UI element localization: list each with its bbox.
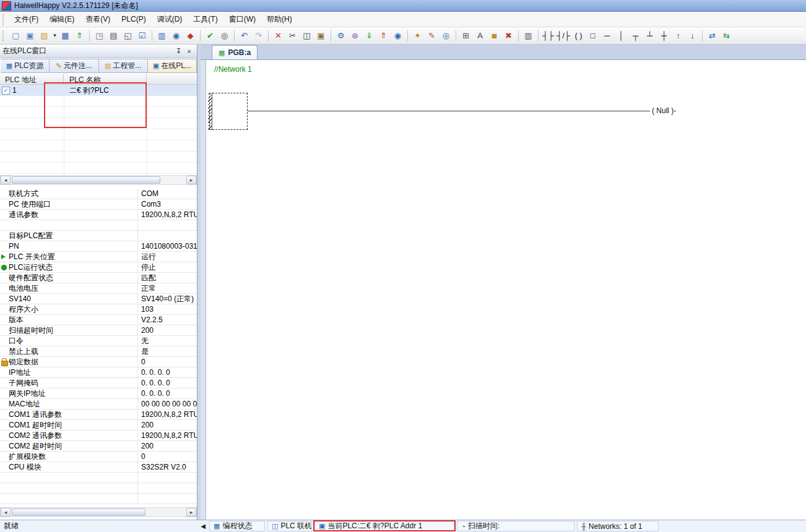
menu-item[interactable]: PLC(P) — [116, 12, 151, 26]
contact-open-button[interactable]: ┤├ — [541, 28, 555, 43]
grid-line — [147, 85, 147, 175]
falling-edge-button[interactable]: ↓ — [685, 28, 700, 43]
download-plc-button[interactable]: ⇓ — [362, 28, 376, 43]
compile-button[interactable]: ⚙ — [334, 28, 348, 43]
to-instruction-button[interactable]: ⇆ — [719, 28, 734, 43]
scroll-right-arrow[interactable]: ▸ — [186, 508, 196, 517]
sidebar-tab[interactable]: ✎元件注... — [50, 59, 98, 73]
pin-icon[interactable]: ↧ — [173, 46, 184, 56]
property-row: PC 使用端口 Com3 — [0, 199, 197, 210]
ladder-editor: ▦ PGB:a //Network 1 ( Null )- — [201, 45, 806, 520]
toolbar-icon: ┤├ — [542, 32, 553, 40]
tools-button[interactable]: ✎ — [425, 28, 439, 43]
scrollbar-thumb[interactable] — [12, 176, 160, 184]
device-button[interactable]: ▥ — [521, 28, 535, 43]
menu-item[interactable]: 窗口(W) — [223, 12, 261, 27]
horizontal-line-button[interactable]: ─ — [600, 28, 614, 43]
undo-button[interactable]: ↶ — [237, 28, 251, 43]
syntax-check-button[interactable]: ✔ — [203, 28, 217, 43]
column-header-plc-address[interactable]: PLC 地址 — [0, 74, 64, 84]
ladder-canvas[interactable]: //Network 1 ( Null )- — [206, 60, 806, 520]
forbid-button[interactable]: ✖ — [501, 28, 516, 43]
sidebar-tab[interactable]: ▣在线PL... — [148, 59, 197, 73]
toolbar-icon: A — [477, 32, 483, 40]
paste-button[interactable]: ▣ — [314, 28, 328, 43]
column-header-plc-name[interactable]: PLC 名称 — [64, 74, 147, 84]
wizard-button[interactable]: ✦ — [410, 28, 425, 43]
open-button[interactable]: ▨ — [37, 28, 51, 43]
rising-edge-button[interactable]: ↑ — [671, 28, 685, 43]
compile-view-button[interactable]: ▥ — [155, 28, 169, 43]
function-block-button[interactable]: □ — [586, 28, 600, 43]
save-all-button[interactable]: ⇑ — [72, 28, 87, 43]
selection-box[interactable] — [209, 93, 248, 130]
menu-item[interactable]: 查看(V) — [80, 12, 116, 27]
to-ladder-button[interactable]: ⇄ — [705, 28, 719, 43]
scrollbar-thumb[interactable] — [12, 508, 145, 516]
toolbar-icon: ⚙ — [337, 32, 345, 40]
doc-check-button[interactable]: ☑ — [135, 28, 149, 43]
new-project-button[interactable]: ▣ — [23, 28, 37, 43]
find-button[interactable]: ◎ — [217, 28, 232, 43]
toolbar-icon: ▥ — [524, 32, 532, 40]
scroll-right-arrow[interactable]: ▸ — [186, 176, 196, 184]
status-pane-label: 扫描时间: — [468, 521, 500, 531]
scroll-left-arrow[interactable]: ◂ — [1, 176, 11, 184]
open-dropdown[interactable]: ▾ — [51, 28, 58, 43]
toolbar-icon: ┴ — [647, 32, 652, 40]
checkbox-icon[interactable]: ✓ — [2, 87, 10, 95]
copy-button[interactable]: ◫ — [300, 28, 314, 43]
close-icon[interactable]: × — [184, 46, 194, 56]
sidebar-tab[interactable]: ▦PLC资源 — [1, 59, 50, 73]
property-row: 扫描超时时间 200 — [0, 325, 197, 336]
upload-plc-button[interactable]: ⇑ — [376, 28, 391, 43]
cut-button[interactable]: ✂ — [285, 28, 300, 43]
text-button[interactable]: A — [473, 28, 487, 43]
menu-item[interactable]: 编辑(E) — [44, 12, 80, 27]
sidebar-tab[interactable]: ▨工程管... — [99, 59, 148, 73]
property-icon — [0, 452, 9, 461]
scroll-left-arrow[interactable]: ◂ — [1, 508, 11, 517]
monitor-button[interactable]: ◎ — [439, 28, 453, 43]
redo-button[interactable]: ↷ — [251, 28, 266, 43]
delete-line-button[interactable]: ┼ — [657, 28, 671, 43]
menu-item[interactable]: 文件(F) — [9, 12, 44, 27]
property-icon — [0, 388, 9, 398]
table-button[interactable]: ⊞ — [459, 28, 473, 43]
property-value: 0 — [137, 357, 197, 367]
app-icon — [2, 1, 11, 11]
lock-button[interactable]: ◙ — [487, 28, 501, 43]
export-pdf-button[interactable]: ◆ — [183, 28, 197, 43]
vertical-line-button[interactable]: │ — [614, 28, 628, 43]
menu-item[interactable]: 调试(D) — [152, 12, 188, 27]
toolbar-icon: ┤/├ — [557, 32, 570, 40]
print-preview-button[interactable]: ◱ — [121, 28, 135, 43]
branch-down-button[interactable]: ┬ — [628, 28, 643, 43]
code-view-button[interactable]: ◉ — [169, 28, 183, 43]
status-pane: ◔扫描时间: — [457, 521, 574, 531]
menu-item[interactable]: 帮助(H) — [261, 12, 298, 27]
property-row: 子网掩码 0. 0. 0. 0 — [0, 378, 197, 388]
new-file-button[interactable]: ▢ — [9, 28, 23, 43]
menu-item[interactable]: 工具(T) — [188, 12, 223, 27]
export-doc-button[interactable]: ◳ — [92, 28, 106, 43]
delete-button[interactable]: ✕ — [271, 28, 285, 43]
null-coil[interactable]: ( Null )- — [652, 106, 676, 115]
compile-all-button[interactable]: ⊛ — [348, 28, 362, 43]
info-button[interactable]: ◉ — [391, 28, 405, 43]
toolbar-icon: ◉ — [173, 32, 180, 40]
editor-scroll-left-arrow[interactable]: ◀ — [197, 523, 209, 530]
toolbar-icon: ◆ — [188, 32, 194, 40]
table-row[interactable]: ✓1 二€ 剥?PLC — [0, 85, 197, 96]
status-bar: 就绪 ◀ ▦编程状态 ◫PLC 联机, ▣当前PLC:二€ 剥?PLC Addr… — [0, 520, 806, 532]
print-button[interactable]: ▤ — [106, 28, 121, 43]
property-row: COM2 通讯参数 19200,N,8,2 RTU — [0, 431, 197, 441]
tab-pgb-a[interactable]: ▦ PGB:a — [212, 45, 258, 59]
property-label: CPU 模块 — [9, 462, 137, 473]
property-row: 锁定数据 0 — [0, 357, 197, 367]
contact-closed-button[interactable]: ┤/├ — [555, 28, 571, 43]
coil-button[interactable]: ( ) — [571, 28, 586, 43]
save-button[interactable]: ▦ — [58, 28, 72, 43]
property-row: 目标PLC配置 — [0, 231, 197, 241]
branch-up-button[interactable]: ┴ — [643, 28, 657, 43]
